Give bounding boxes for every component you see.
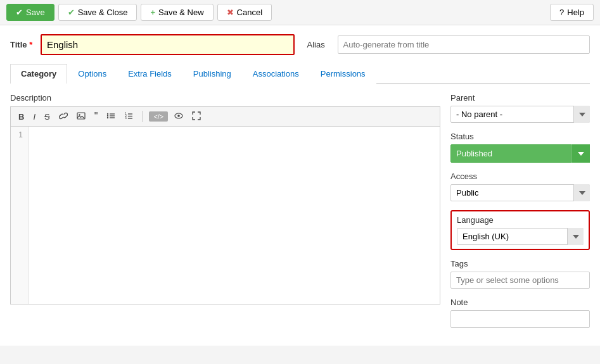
status-select-wrap: Published Unpublished Archived Trashed bbox=[450, 144, 590, 163]
code-button[interactable]: </> bbox=[149, 111, 168, 122]
quote-button[interactable]: " bbox=[92, 110, 101, 123]
access-select[interactable]: Public Guest Registered Special Super Us… bbox=[450, 184, 590, 201]
note-label: Note bbox=[450, 298, 590, 307]
description-label: Description bbox=[10, 93, 440, 103]
parent-label: Parent bbox=[450, 93, 590, 103]
bold-button[interactable]: B bbox=[16, 111, 27, 123]
status-label: Status bbox=[450, 132, 590, 141]
svg-point-3 bbox=[107, 115, 108, 116]
save-new-button[interactable]: + Save & New bbox=[141, 4, 213, 21]
tags-section: Tags bbox=[450, 259, 590, 289]
toolbar: ✔ Save ✔ Save & Close + Save & New ✖ Can… bbox=[0, 0, 600, 25]
link-icon bbox=[59, 111, 68, 120]
strikethrough-button[interactable]: S bbox=[42, 111, 53, 123]
access-section: Access Public Guest Registered Special S… bbox=[450, 172, 590, 201]
title-label: Title * bbox=[10, 40, 33, 49]
alias-input[interactable] bbox=[338, 35, 590, 54]
ul-button[interactable] bbox=[104, 110, 118, 123]
svg-point-1 bbox=[79, 114, 80, 115]
cancel-button[interactable]: ✖ Cancel bbox=[217, 4, 272, 21]
ordered-list-icon: 1. 2. 3. bbox=[124, 111, 133, 120]
language-section: Language English (UK) All English (US) bbox=[450, 210, 590, 250]
link-button[interactable] bbox=[56, 110, 70, 123]
svg-point-15 bbox=[177, 115, 180, 117]
ol-button[interactable]: 1. 2. 3. bbox=[122, 110, 136, 123]
help-icon: ? bbox=[559, 8, 564, 17]
tab-publishing[interactable]: Publishing bbox=[182, 64, 242, 84]
sidebar-column: Parent - No parent - Status Published U bbox=[450, 93, 590, 337]
editor-toolbar: B I S " bbox=[10, 106, 440, 126]
content-area: Title * Alias Category Options Extra Fie… bbox=[0, 25, 600, 346]
save-icon: ✔ bbox=[16, 8, 23, 17]
preview-button[interactable] bbox=[172, 110, 186, 123]
svg-text:3.: 3. bbox=[125, 116, 127, 120]
tab-extra-fields[interactable]: Extra Fields bbox=[117, 64, 182, 84]
svg-point-4 bbox=[107, 116, 108, 118]
parent-section: Parent - No parent - bbox=[450, 93, 590, 123]
status-section: Status Published Unpublished Archived Tr… bbox=[450, 132, 590, 163]
editor-content[interactable] bbox=[29, 127, 440, 304]
check-icon: ✔ bbox=[68, 8, 75, 17]
editor-divider bbox=[142, 111, 143, 122]
language-label: Language bbox=[457, 215, 584, 225]
note-section: Note bbox=[450, 298, 590, 328]
plus-icon: + bbox=[150, 8, 155, 17]
editor-gutter: 1 bbox=[11, 127, 29, 304]
help-button[interactable]: ? Help bbox=[550, 4, 594, 21]
fullscreen-button[interactable] bbox=[189, 110, 203, 123]
svg-point-2 bbox=[107, 113, 108, 114]
note-input[interactable] bbox=[450, 310, 590, 328]
tab-permissions[interactable]: Permissions bbox=[310, 64, 376, 84]
preview-icon bbox=[174, 111, 183, 120]
title-row: Title * Alias bbox=[10, 34, 590, 55]
title-input[interactable] bbox=[41, 34, 295, 55]
tabs: Category Options Extra Fields Publishing… bbox=[10, 64, 590, 84]
status-select[interactable]: Published Unpublished Archived Trashed bbox=[450, 144, 590, 163]
language-select[interactable]: English (UK) All English (US) bbox=[457, 228, 584, 245]
tab-options[interactable]: Options bbox=[67, 64, 117, 84]
save-button[interactable]: ✔ Save bbox=[6, 4, 54, 21]
tab-category[interactable]: Category bbox=[10, 64, 67, 84]
image-icon bbox=[77, 111, 86, 120]
parent-select[interactable]: - No parent - bbox=[450, 106, 590, 123]
main-layout: Description B I S bbox=[10, 93, 590, 337]
unordered-list-icon bbox=[106, 111, 115, 120]
access-select-wrap: Public Guest Registered Special Super Us… bbox=[450, 184, 590, 201]
save-close-button[interactable]: ✔ Save & Close bbox=[58, 4, 137, 21]
fullscreen-icon bbox=[192, 111, 201, 120]
parent-select-wrap: - No parent - bbox=[450, 106, 590, 123]
alias-label: Alias bbox=[307, 40, 330, 49]
access-label: Access bbox=[450, 172, 590, 181]
tags-label: Tags bbox=[450, 259, 590, 268]
italic-button[interactable]: I bbox=[30, 111, 38, 123]
language-select-wrap: English (UK) All English (US) bbox=[457, 228, 584, 245]
editor-body: 1 bbox=[10, 126, 440, 304]
editor-column: Description B I S bbox=[10, 93, 440, 337]
image-button[interactable] bbox=[74, 110, 88, 123]
tags-input[interactable] bbox=[450, 272, 590, 289]
cancel-icon: ✖ bbox=[227, 8, 234, 17]
tab-associations[interactable]: Associations bbox=[242, 64, 310, 84]
